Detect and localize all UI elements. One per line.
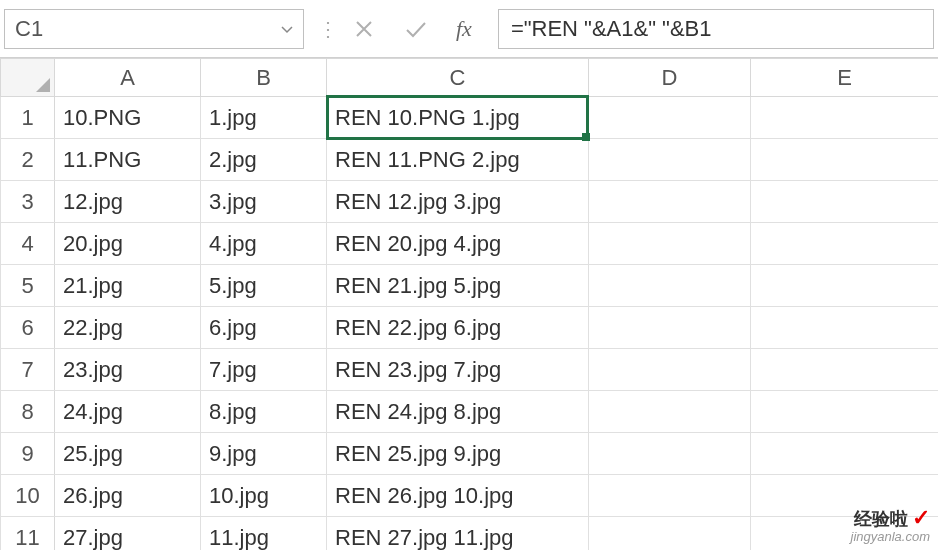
- column-header-c[interactable]: C: [327, 59, 589, 97]
- cell[interactable]: [589, 391, 751, 433]
- cell[interactable]: REN 11.PNG 2.jpg: [327, 139, 589, 181]
- row-header[interactable]: 4: [1, 223, 55, 265]
- cell[interactable]: [589, 265, 751, 307]
- cell[interactable]: 22.jpg: [55, 307, 201, 349]
- corner-triangle-icon: [36, 78, 50, 92]
- row-header[interactable]: 9: [1, 433, 55, 475]
- table-row: 211.PNG2.jpgREN 11.PNG 2.jpg: [1, 139, 939, 181]
- cell[interactable]: [589, 349, 751, 391]
- cell[interactable]: [751, 307, 939, 349]
- table-row: 420.jpg4.jpgREN 20.jpg 4.jpg: [1, 223, 939, 265]
- cell[interactable]: 8.jpg: [201, 391, 327, 433]
- table-row: 312.jpg3.jpgREN 12.jpg 3.jpg: [1, 181, 939, 223]
- cell[interactable]: REN 26.jpg 10.jpg: [327, 475, 589, 517]
- cell[interactable]: 27.jpg: [55, 517, 201, 551]
- table-row: 824.jpg8.jpgREN 24.jpg 8.jpg: [1, 391, 939, 433]
- cell[interactable]: [589, 307, 751, 349]
- cell[interactable]: REN 20.jpg 4.jpg: [327, 223, 589, 265]
- cell[interactable]: 21.jpg: [55, 265, 201, 307]
- cell[interactable]: REN 24.jpg 8.jpg: [327, 391, 589, 433]
- cell[interactable]: 5.jpg: [201, 265, 327, 307]
- cell[interactable]: [589, 223, 751, 265]
- cell[interactable]: 20.jpg: [55, 223, 201, 265]
- cell[interactable]: REN 23.jpg 7.jpg: [327, 349, 589, 391]
- select-all-corner[interactable]: [1, 59, 55, 97]
- cell[interactable]: REN 25.jpg 9.jpg: [327, 433, 589, 475]
- cell[interactable]: 1.jpg: [201, 97, 327, 139]
- cell[interactable]: 10.PNG: [55, 97, 201, 139]
- cell[interactable]: [751, 265, 939, 307]
- table-row: 1026.jpg10.jpgREN 26.jpg 10.jpg: [1, 475, 939, 517]
- row-header[interactable]: 6: [1, 307, 55, 349]
- row-header[interactable]: 3: [1, 181, 55, 223]
- cell[interactable]: 3.jpg: [201, 181, 327, 223]
- cell[interactable]: REN 10.PNG 1.jpg: [327, 97, 589, 139]
- cell[interactable]: 9.jpg: [201, 433, 327, 475]
- cell[interactable]: [589, 433, 751, 475]
- formula-bar: C1 ⋮ fx ="REN "&A1&" "&B1: [0, 0, 938, 58]
- cell[interactable]: [751, 181, 939, 223]
- enter-icon[interactable]: [404, 17, 428, 41]
- column-header-e[interactable]: E: [751, 59, 939, 97]
- cell[interactable]: [589, 181, 751, 223]
- watermark: 经验啦 ✓ jingyanla.com: [851, 506, 931, 544]
- cell[interactable]: [589, 139, 751, 181]
- grid-table: A B C D E 110.PNG1.jpgREN 10.PNG 1.jpg21…: [0, 58, 938, 550]
- table-row: 1127.jpg11.jpgREN 27.jpg 11.jpg: [1, 517, 939, 551]
- cell[interactable]: 24.jpg: [55, 391, 201, 433]
- cell[interactable]: [751, 223, 939, 265]
- row-header[interactable]: 7: [1, 349, 55, 391]
- cell[interactable]: 23.jpg: [55, 349, 201, 391]
- formula-value: ="REN "&A1&" "&B1: [511, 16, 712, 42]
- check-icon: ✓: [912, 505, 930, 530]
- name-box-value: C1: [15, 16, 43, 42]
- column-header-d[interactable]: D: [589, 59, 751, 97]
- cell[interactable]: 25.jpg: [55, 433, 201, 475]
- cancel-icon[interactable]: [352, 17, 376, 41]
- column-header-a[interactable]: A: [55, 59, 201, 97]
- cell[interactable]: 2.jpg: [201, 139, 327, 181]
- row-header[interactable]: 1: [1, 97, 55, 139]
- cell[interactable]: [751, 97, 939, 139]
- name-box[interactable]: C1: [4, 9, 304, 49]
- separator-dots-icon: ⋮: [318, 17, 338, 41]
- cell[interactable]: 12.jpg: [55, 181, 201, 223]
- cell[interactable]: REN 27.jpg 11.jpg: [327, 517, 589, 551]
- row-header[interactable]: 10: [1, 475, 55, 517]
- table-row: 110.PNG1.jpgREN 10.PNG 1.jpg: [1, 97, 939, 139]
- column-header-row: A B C D E: [1, 59, 939, 97]
- row-header[interactable]: 8: [1, 391, 55, 433]
- cell[interactable]: 10.jpg: [201, 475, 327, 517]
- cell[interactable]: 11.PNG: [55, 139, 201, 181]
- dropdown-icon[interactable]: [281, 21, 293, 37]
- cell[interactable]: [751, 349, 939, 391]
- cell[interactable]: [751, 139, 939, 181]
- table-row: 723.jpg7.jpgREN 23.jpg 7.jpg: [1, 349, 939, 391]
- row-header[interactable]: 2: [1, 139, 55, 181]
- cell[interactable]: REN 22.jpg 6.jpg: [327, 307, 589, 349]
- cell[interactable]: 26.jpg: [55, 475, 201, 517]
- column-header-b[interactable]: B: [201, 59, 327, 97]
- cell[interactable]: [589, 517, 751, 551]
- watermark-text: 经验啦: [854, 509, 908, 529]
- cell[interactable]: [589, 475, 751, 517]
- table-row: 521.jpg5.jpgREN 21.jpg 5.jpg: [1, 265, 939, 307]
- table-row: 925.jpg9.jpgREN 25.jpg 9.jpg: [1, 433, 939, 475]
- cell[interactable]: 4.jpg: [201, 223, 327, 265]
- table-row: 622.jpg6.jpgREN 22.jpg 6.jpg: [1, 307, 939, 349]
- fx-icon[interactable]: fx: [456, 16, 472, 42]
- cell[interactable]: 6.jpg: [201, 307, 327, 349]
- cell[interactable]: [751, 433, 939, 475]
- formula-actions: fx: [352, 16, 472, 42]
- cell[interactable]: [589, 97, 751, 139]
- cell[interactable]: REN 12.jpg 3.jpg: [327, 181, 589, 223]
- watermark-url: jingyanla.com: [851, 530, 931, 544]
- formula-input[interactable]: ="REN "&A1&" "&B1: [498, 9, 934, 49]
- cell[interactable]: 7.jpg: [201, 349, 327, 391]
- row-header[interactable]: 5: [1, 265, 55, 307]
- cell[interactable]: 11.jpg: [201, 517, 327, 551]
- spreadsheet-grid: A B C D E 110.PNG1.jpgREN 10.PNG 1.jpg21…: [0, 58, 938, 550]
- cell[interactable]: [751, 391, 939, 433]
- row-header[interactable]: 11: [1, 517, 55, 551]
- cell[interactable]: REN 21.jpg 5.jpg: [327, 265, 589, 307]
